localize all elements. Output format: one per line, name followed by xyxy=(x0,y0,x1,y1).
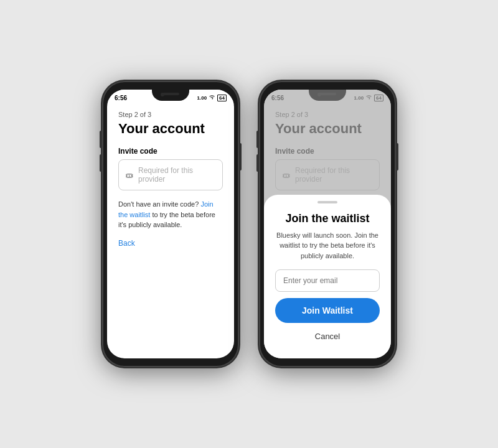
bottom-sheet: Join the waitlist Bluesky will launch so… xyxy=(264,195,391,359)
invite-note-prefix-1: Don't have an invite code? xyxy=(118,200,199,208)
volume-up-button-2 xyxy=(256,131,259,148)
sheet-title: Join the waitlist xyxy=(275,212,380,225)
ticket-icon-1: 🎟 xyxy=(125,170,133,180)
status-icons-1: 1.00 64 xyxy=(197,95,227,101)
back-button-1[interactable]: Back xyxy=(118,239,223,248)
invite-code-label-1: Invite code xyxy=(118,147,223,156)
notch-1 xyxy=(152,90,189,101)
join-waitlist-button[interactable]: Join Waitlist xyxy=(275,298,380,323)
volume-down-button-2 xyxy=(256,154,259,172)
sheet-subtitle: Bluesky will launch soon. Join the waitl… xyxy=(275,230,380,261)
power-button-2 xyxy=(396,143,398,170)
cancel-button[interactable]: Cancel xyxy=(275,328,380,345)
camera-1 xyxy=(161,93,164,96)
speaker-1 xyxy=(162,93,179,95)
invite-code-placeholder-1: Required for this provider xyxy=(138,166,216,184)
email-input[interactable] xyxy=(275,269,380,292)
screen-content-1: Step 2 of 3 Your account Invite code 🎟 R… xyxy=(107,103,234,259)
phone-screen-2: 6:56 1.00 64 Step 2 of 3 Your account In… xyxy=(264,90,391,358)
time-1: 6:56 xyxy=(115,95,127,101)
step-label-1: Step 2 of 3 xyxy=(118,111,223,118)
page-title-1: Your account xyxy=(118,121,223,137)
volume-down-button xyxy=(100,154,102,172)
wifi-icon xyxy=(209,95,215,101)
phone-screen-1: 6:56 1.00 64 Step 2 of 3 Your account In… xyxy=(107,90,234,358)
invite-note-1: Don't have an invite code? Join the wait… xyxy=(118,199,223,230)
sheet-handle xyxy=(317,201,337,203)
invite-code-input-1[interactable]: 🎟 Required for this provider xyxy=(118,159,223,190)
power-button xyxy=(239,143,242,170)
invite-code-field: Invite code 🎟 Required for this provider xyxy=(118,147,223,190)
volume-up-button xyxy=(100,131,102,148)
phone-2: 6:56 1.00 64 Step 2 of 3 Your account In… xyxy=(259,81,396,367)
battery-icon: 64 xyxy=(217,95,227,101)
phone-1: 6:56 1.00 64 Step 2 of 3 Your account In… xyxy=(102,81,239,367)
signal-icon: 1.00 xyxy=(197,95,207,101)
